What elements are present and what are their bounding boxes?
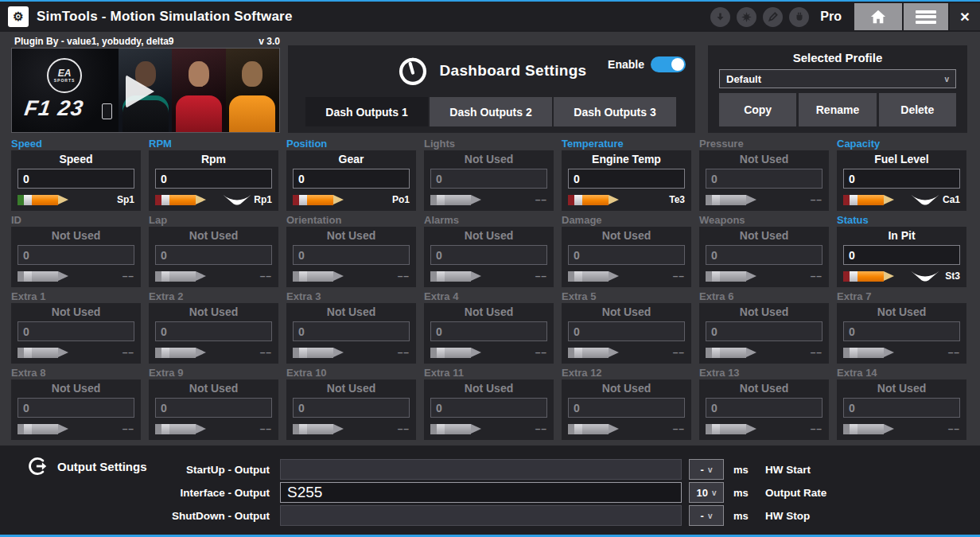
card-category-label: Extra 4 <box>424 290 554 303</box>
pencil-icon <box>843 423 894 434</box>
card-value-input[interactable] <box>843 245 960 265</box>
dash-output-card: RPM Rpm Rp1 <box>149 138 278 211</box>
dash-output-card: Status In Pit St3 <box>837 214 966 287</box>
plugin-video-banner[interactable]: EA SPORTS F1 23 <box>11 48 280 133</box>
dash-output-card: Extra 3 Not Used –– <box>286 290 416 364</box>
edit-pencil-icon[interactable] <box>763 7 783 27</box>
dash-output-card: Capacity Fuel Level Ca1 <box>837 138 966 211</box>
pencil-icon <box>706 194 756 205</box>
dash-output-card: Extra 8 Not Used –– <box>11 367 141 440</box>
delete-button[interactable]: Delete <box>879 93 956 126</box>
pencil-icon <box>293 270 344 282</box>
output-rate-select[interactable]: 10 v <box>689 482 724 503</box>
burst-icon[interactable] <box>737 7 756 27</box>
startup-output-input[interactable] <box>280 459 682 480</box>
pencil-icon <box>155 347 206 358</box>
card-title: Not Used <box>286 379 416 395</box>
enable-toggle[interactable] <box>651 56 686 72</box>
download-icon[interactable] <box>710 7 730 27</box>
dash-output-card: Extra 12 Not Used –– <box>562 367 691 440</box>
card-value-input <box>18 245 134 265</box>
home-button[interactable] <box>853 3 902 30</box>
card-code-label: Rp1 <box>254 194 272 205</box>
card-code-label: –– <box>948 423 960 434</box>
card-code-label: –– <box>673 270 685 282</box>
card-category-label: Temperature <box>562 138 691 150</box>
enable-label: Enable <box>608 58 644 71</box>
play-button-icon[interactable] <box>126 75 154 108</box>
pencil-icon <box>706 423 756 434</box>
card-code-label: –– <box>811 270 822 282</box>
hw-stop-label: HW Stop <box>765 510 810 522</box>
pencil-icon <box>155 194 206 205</box>
card-code-label: –– <box>811 347 822 358</box>
dash-output-card: Orientation Not Used –– <box>286 214 416 287</box>
rename-button[interactable]: Rename <box>799 93 876 126</box>
dash-outputs-grid: Speed Speed Sp1 RPM Rpm <box>11 138 969 440</box>
game-logo-zone: EA SPORTS F1 23 <box>12 49 119 132</box>
hw-start-delay-select[interactable]: - v <box>689 459 724 480</box>
simtools-logo-icon: ⚙ <box>8 6 29 27</box>
close-button[interactable]: ✕ <box>948 3 980 30</box>
card-value-input[interactable] <box>293 169 410 189</box>
shutdown-output-input[interactable] <box>280 505 682 526</box>
menu-button[interactable] <box>902 3 948 30</box>
tab-dash-outputs-1[interactable]: Dash Outputs 1 <box>305 97 430 126</box>
pencil-icon <box>430 270 481 282</box>
plugin-version: v 3.0 <box>259 36 280 47</box>
card-value-input <box>18 398 134 418</box>
interface-output-input[interactable] <box>280 482 682 503</box>
card-value-input <box>706 321 822 341</box>
card-category-label: Extra 12 <box>562 367 691 379</box>
tab-dash-outputs-3[interactable]: Dash Outputs 3 <box>554 97 676 126</box>
output-settings-bar: Output Settings StartUp - Output - v ms … <box>0 446 980 537</box>
card-code-label: Sp1 <box>117 194 134 205</box>
card-value-input[interactable] <box>155 169 272 189</box>
card-value-input[interactable] <box>843 169 960 189</box>
card-value-input <box>430 245 547 265</box>
card-title: Not Used <box>286 227 416 242</box>
card-title: Not Used <box>699 303 829 318</box>
card-category-label: Pressure <box>699 138 829 150</box>
pencil-icon <box>568 270 619 282</box>
card-code-label: –– <box>811 423 822 434</box>
card-title: Not Used <box>424 227 554 242</box>
dash-output-card: Extra 9 Not Used –– <box>149 367 278 440</box>
card-title: Not Used <box>424 150 554 165</box>
tab-dash-outputs-2[interactable]: Dash Outputs 2 <box>430 97 554 126</box>
card-value-input <box>568 321 685 341</box>
dash-widget-icon <box>220 193 254 206</box>
profile-dropdown[interactable]: Default v <box>719 69 956 88</box>
dash-output-card: Extra 11 Not Used –– <box>424 367 554 440</box>
plug-icon[interactable] <box>789 7 809 27</box>
dash-output-card: Weapons Not Used –– <box>699 214 829 287</box>
card-category-label: Extra 6 <box>699 290 829 303</box>
hw-start-label: HW Start <box>765 464 811 476</box>
copy-button[interactable]: Copy <box>719 93 796 126</box>
card-code-label: –– <box>535 194 547 205</box>
card-value-input <box>155 245 272 265</box>
card-title: Fuel Level <box>837 150 966 165</box>
dash-output-card: Extra 13 Not Used –– <box>699 367 829 440</box>
pencil-icon <box>155 270 206 282</box>
card-value-input <box>293 321 410 341</box>
pencil-icon <box>18 270 68 282</box>
simtools-window: ⚙ SimTools - Motion Simulation Software … <box>0 0 980 537</box>
card-code-label: –– <box>398 270 410 282</box>
card-value-input <box>430 321 547 341</box>
card-value-input[interactable] <box>18 169 134 189</box>
card-title: In Pit <box>837 227 966 242</box>
selected-profile-title: Selected Profile <box>708 45 967 64</box>
card-code-label: –– <box>122 270 134 282</box>
ms-unit-label: ms <box>733 510 754 522</box>
dash-output-card: Pressure Not Used –– <box>699 138 829 211</box>
dash-widget-icon <box>908 270 942 282</box>
f1-23-logo: F1 23 <box>23 96 85 121</box>
dash-output-card: Lap Not Used –– <box>149 214 278 287</box>
card-code-label: Te3 <box>669 194 685 205</box>
card-code-label: –– <box>673 423 685 434</box>
card-code-label: –– <box>398 423 410 434</box>
card-value-input[interactable] <box>568 169 685 189</box>
hw-stop-delay-select[interactable]: - v <box>689 505 724 526</box>
card-category-label: Position <box>286 138 416 150</box>
